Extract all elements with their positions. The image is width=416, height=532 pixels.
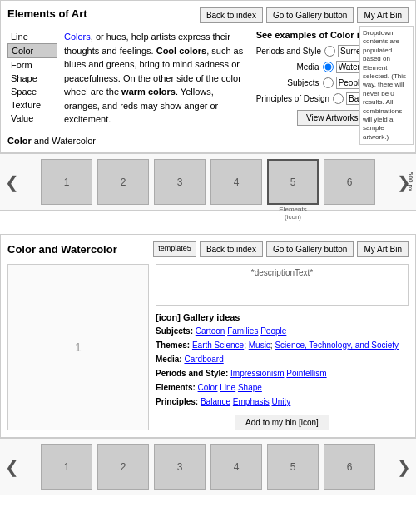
info-row-subjects: Subjects: Cartoon Families People — [156, 326, 409, 337]
gallery-ideas-heading: [icon] Gallery ideas — [156, 312, 409, 322]
top-section: Elements of Art Back to index Go to Gall… — [0, 0, 416, 153]
filter-radio-media[interactable] — [323, 62, 334, 72]
mid-myart-button[interactable]: My Art Bin — [357, 241, 409, 257]
bottom-carousel-item-1[interactable]: 1 — [41, 444, 92, 490]
mid-section: Color and Watercolor template5 Back to i… — [0, 234, 416, 438]
carousel-item-3[interactable]: 3 — [154, 159, 206, 205]
caption-conjunction: and — [34, 136, 52, 146]
carousel-item-6[interactable]: 6 — [324, 159, 375, 205]
info-row-periods: Periods and Style: Impressionism Pointel… — [156, 368, 409, 380]
add-to-bin-button[interactable]: Add to my bin [icon] — [235, 415, 329, 430]
add-btn-row: Add to my bin [icon] — [156, 415, 409, 430]
nav-item-space[interactable]: Space — [7, 85, 57, 98]
content-area: Line Color Form Shape Space Texture Valu… — [7, 30, 409, 131]
nav-list: Line Color Form Shape Space Texture Valu… — [7, 30, 57, 125]
mid-header: Color and Watercolor template5 Back to i… — [7, 241, 409, 257]
go-to-gallery-button[interactable]: Go to Gallery button — [266, 7, 354, 23]
left-nav: Line Color Form Shape Space Texture Valu… — [7, 30, 57, 131]
nav-item-value[interactable]: Value — [7, 112, 57, 125]
nav-item-form[interactable]: Form — [7, 58, 57, 72]
mid-title: Color and Watercolor — [7, 243, 117, 256]
subject-cartoon[interactable]: Cartoon — [196, 326, 225, 336]
elements-icon-label: Elements(icon) — [269, 206, 317, 221]
nav-item-shape[interactable]: Shape — [7, 72, 57, 85]
carousel-item-1[interactable]: 1 — [41, 159, 92, 205]
info-row-media: Media: Cardboard — [156, 354, 409, 365]
template-badge: template5 — [153, 241, 196, 257]
bottom-carousel: ❮ 1 2 3 4 5 6 ❯ — [0, 438, 416, 495]
caption-element: Color — [7, 136, 32, 146]
bottom-carousel-item-4[interactable]: 4 — [210, 444, 262, 490]
principle-emphasis[interactable]: Emphasis — [233, 397, 270, 406]
artwork-info: *descriptionText* [icon] Gallery ideas S… — [156, 264, 409, 430]
period-pointellism[interactable]: Pointellism — [286, 369, 326, 378]
period-impressionism[interactable]: Impressionism — [230, 369, 284, 378]
principle-balance[interactable]: Balance — [201, 397, 230, 406]
main-description: Colors, or hues, help artists express th… — [64, 30, 250, 131]
media-cardboard[interactable]: Cardboard — [184, 355, 223, 364]
periods-label: Periods and Style: — [156, 369, 228, 378]
filter-label-periods: Periods and Style — [256, 47, 324, 56]
bottom-carousel-item-2[interactable]: 2 — [97, 444, 149, 490]
page-title: Elements of Art — [7, 7, 87, 20]
filter-radio-periods[interactable] — [324, 46, 335, 57]
cool-colors-bold: Cool colors — [156, 46, 207, 56]
subject-people[interactable]: People — [260, 326, 286, 336]
subject-families[interactable]: Families — [227, 326, 258, 336]
mid-content: 1 *descriptionText* [icon] Gallery ideas… — [7, 264, 409, 430]
element-line[interactable]: Line — [220, 383, 235, 392]
bottom-carousel-prev[interactable]: ❮ — [0, 457, 24, 477]
element-color[interactable]: Color — [198, 383, 218, 392]
my-art-bin-button[interactable]: My Art Bin — [357, 7, 409, 23]
px-label: 500 px — [407, 172, 414, 191]
bottom-carousel-item-3[interactable]: 3 — [154, 444, 206, 490]
nav-item-line[interactable]: Line — [7, 30, 57, 43]
filter-label-media: Media — [256, 62, 323, 72]
bottom-carousel-items: 1 2 3 4 5 6 — [24, 444, 392, 490]
theme-science-tech[interactable]: Science, Technology, and Society — [275, 341, 399, 350]
warm-colors-bold: warm colors — [121, 87, 176, 97]
nav-item-texture[interactable]: Texture — [7, 98, 57, 112]
elements-label: Elements: — [156, 383, 196, 392]
caption-style: Watercolor — [52, 136, 96, 146]
filter-label-principles: Principles of Design — [256, 94, 333, 103]
media-label: Media: — [156, 355, 182, 364]
info-row-themes: Themes: Earth Science; Music; Science, T… — [156, 340, 409, 351]
dropdown-note: Dropdown contents are populated based on… — [359, 26, 414, 145]
filter-label-subjects: Subjects — [256, 78, 323, 87]
info-row-elements: Elements: Color Line Shape — [156, 382, 409, 394]
nav-item-color[interactable]: Color — [7, 43, 57, 58]
subjects-label: Subjects: — [156, 326, 193, 336]
element-shape[interactable]: Shape — [238, 383, 262, 392]
carousel-item-4[interactable]: 4 — [210, 159, 262, 205]
filter-radio-subjects[interactable] — [323, 77, 334, 88]
bottom-carousel-item-5[interactable]: 5 — [267, 444, 319, 490]
carousel-prev-arrow[interactable]: ❮ — [0, 172, 24, 192]
info-row-principles: Principles: Balance Emphasis Unity — [156, 396, 409, 408]
mid-back-button[interactable]: Back to index — [200, 241, 263, 257]
principle-unity[interactable]: Unity — [272, 397, 291, 406]
description-text: Colors, or hues, help artists express th… — [64, 30, 250, 127]
principles-label: Principles: — [156, 397, 198, 406]
filter-radio-principles[interactable] — [333, 93, 344, 104]
gallery-ideas: [icon] Gallery ideas Subjects: Cartoon F… — [156, 312, 409, 408]
carousel-item-2[interactable]: 2 — [97, 159, 149, 205]
mid-nav: template5 Back to index Go to Gallery bu… — [153, 241, 409, 257]
carousel-item-5[interactable]: 5 Elements(icon) — [267, 159, 319, 205]
mid-gallery-button[interactable]: Go to Gallery button — [266, 241, 354, 257]
back-to-index-button[interactable]: Back to index — [200, 7, 263, 23]
top-carousel: ❮ 1 2 3 4 5 Elements(icon) 6 ❯ 500 px — [0, 153, 416, 211]
view-artworks-button[interactable]: View Artworks — [297, 110, 368, 126]
top-header: Elements of Art Back to index Go to Gall… — [7, 7, 409, 23]
desc-placeholder: *descriptionText* — [251, 268, 313, 277]
color-highlight: Colors — [64, 32, 91, 42]
caption: Color and Watercolor — [7, 136, 409, 146]
themes-label: Themes: — [156, 341, 190, 350]
top-nav-buttons: Back to index Go to Gallery button My Ar… — [200, 7, 409, 23]
artwork-display: 1 — [7, 264, 149, 430]
theme-earth-science[interactable]: Earth Science — [192, 341, 244, 350]
theme-music[interactable]: Music — [249, 341, 270, 350]
artwork-number: 1 — [75, 341, 82, 354]
bottom-carousel-next[interactable]: ❯ — [392, 457, 416, 477]
bottom-carousel-item-6[interactable]: 6 — [324, 444, 375, 490]
